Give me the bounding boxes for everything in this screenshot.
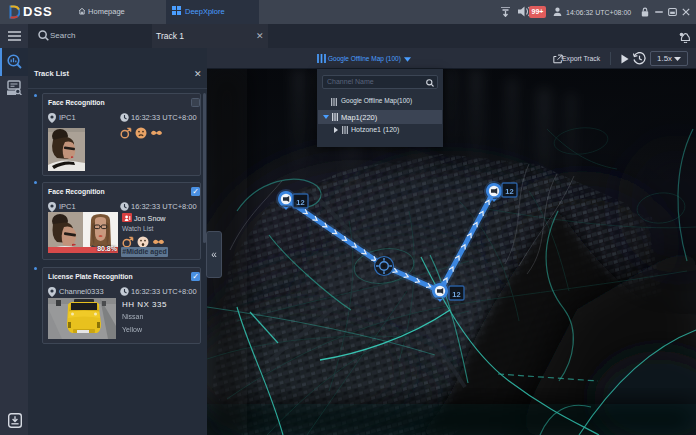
svg-text:12: 12 [452, 290, 460, 299]
svg-text:12: 12 [505, 187, 513, 196]
svg-text:12: 12 [296, 198, 304, 207]
